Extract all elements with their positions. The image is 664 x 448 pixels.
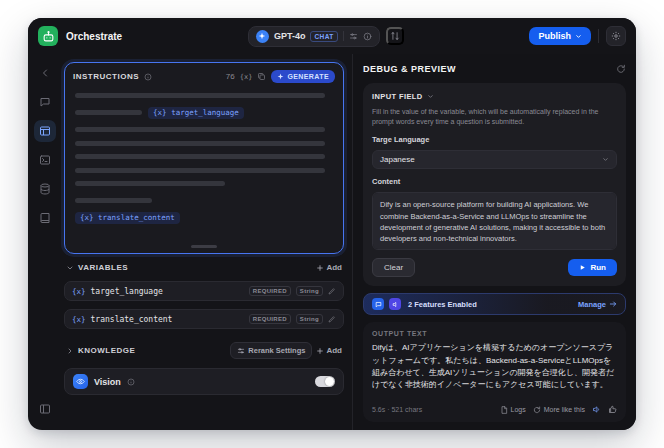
required-badge: REQUIRED	[249, 286, 291, 296]
vision-label: Vision	[94, 377, 121, 387]
output-footer: 5.6s · 521 chars Logs More like this	[372, 405, 617, 414]
chat-icon[interactable]	[34, 91, 56, 113]
knowledge-title: KNOWLEDGE	[78, 346, 135, 355]
instructions-title: INSTRUCTIONS	[73, 72, 139, 81]
model-params-sliders-icon[interactable]	[349, 32, 358, 41]
edit-variable-icon[interactable]	[328, 315, 336, 323]
logs-file-icon	[500, 406, 508, 414]
top-right-actions: Publish	[529, 26, 626, 46]
settings-button[interactable]	[606, 26, 626, 46]
input-field-title: INPUT FIELD	[372, 92, 423, 101]
model-info-icon[interactable]	[363, 32, 372, 41]
input-field-description: Fill in the value of the variable, which…	[372, 107, 617, 127]
play-icon	[579, 264, 586, 271]
regenerate-icon	[533, 406, 541, 414]
orchestrate-panel: INSTRUCTIONS 76 {x} GENERATE	[62, 54, 352, 430]
output-card: OUTPUT TEXT Difyは、AIアプリケーションを構築するためのオープン…	[363, 322, 626, 422]
variable-row[interactable]: {x} target_language REQUIRED String	[64, 281, 344, 301]
sliders-icon	[237, 347, 245, 355]
chevron-down-icon	[602, 156, 609, 163]
app-logo-robot-icon[interactable]	[38, 26, 58, 46]
publish-label: Publish	[538, 31, 571, 41]
terminal-icon[interactable]	[34, 149, 56, 171]
skeleton-line	[75, 93, 325, 98]
add-variable-button[interactable]: Add	[316, 263, 342, 272]
content-label: Content	[372, 177, 617, 186]
output-stats: 5.6s · 521 chars	[372, 406, 422, 413]
more-like-this-button[interactable]: More like this	[533, 406, 585, 414]
variable-token-icon: {x}	[72, 315, 86, 324]
model-selector[interactable]: GPT-4o CHAT	[248, 26, 380, 47]
plus-icon	[316, 264, 324, 272]
instructions-editor[interactable]: INSTRUCTIONS 76 {x} GENERATE	[64, 62, 344, 254]
page-title: Orchestrate	[66, 31, 122, 42]
target-language-select[interactable]: Japanese	[372, 150, 617, 169]
skeleton-line	[75, 127, 325, 132]
target-language-value: Japanese	[380, 155, 415, 164]
feature-speech-icon	[389, 298, 401, 310]
features-enabled-label: 2 Features Enabled	[408, 300, 477, 309]
content-textarea[interactable]: Dify is an open-source platform for buil…	[372, 192, 617, 250]
feature-chat-icon	[372, 298, 384, 310]
type-badge: String	[296, 314, 323, 324]
spark-icon	[277, 73, 284, 80]
input-card-footer: Clear Run	[372, 258, 617, 277]
model-provider-icon	[256, 30, 269, 43]
swap-model-icon[interactable]	[386, 27, 404, 45]
info-icon	[127, 378, 135, 386]
debug-preview-panel: DEBUG & PREVIEW INPUT FIELD Fill in the …	[352, 54, 636, 430]
publish-button[interactable]: Publish	[529, 27, 591, 45]
thumbs-up-icon[interactable]	[608, 405, 617, 414]
info-icon	[144, 73, 152, 81]
skeleton-line	[75, 141, 325, 146]
pill-divider	[343, 31, 344, 41]
instructions-header: INSTRUCTIONS 76 {x} GENERATE	[65, 63, 343, 87]
manage-features-button[interactable]: Manage	[578, 300, 617, 309]
refresh-icon[interactable]	[616, 64, 626, 74]
arrow-right-icon	[609, 300, 617, 308]
run-button[interactable]: Run	[568, 259, 617, 276]
variables-title: VARIABLES	[78, 263, 128, 272]
orchestrate-board-icon[interactable]	[34, 120, 56, 142]
variable-chip-target-language[interactable]: {x} target_language	[148, 107, 244, 119]
chevron-down-icon[interactable]	[66, 264, 74, 272]
skeleton-line	[75, 198, 152, 203]
docs-book-icon[interactable]	[34, 207, 56, 229]
chevron-down-icon	[575, 33, 582, 40]
variable-token-icon: {x}	[72, 287, 86, 296]
type-badge: String	[296, 286, 323, 296]
model-selector-area: GPT-4o CHAT	[130, 26, 521, 47]
clear-button[interactable]: Clear	[372, 258, 415, 277]
database-icon[interactable]	[34, 178, 56, 200]
panel-layout-icon[interactable]	[34, 398, 56, 420]
vision-card: Vision	[64, 368, 344, 395]
skeleton-line	[75, 181, 225, 186]
variable-chip-translate-content[interactable]: {x} translate_content	[75, 212, 180, 224]
vision-toggle[interactable]	[315, 376, 335, 387]
edit-variable-icon[interactable]	[328, 287, 336, 295]
plus-icon	[316, 347, 324, 355]
rerank-settings-button[interactable]: Rerank Settings	[230, 342, 312, 359]
gear-icon	[611, 31, 621, 41]
target-language-label: Targe Language	[372, 135, 617, 144]
resize-handle[interactable]	[191, 245, 217, 248]
eye-icon	[73, 374, 88, 389]
generate-button[interactable]: GENERATE	[271, 70, 335, 83]
skeleton-line	[75, 168, 325, 173]
speaker-icon[interactable]	[592, 405, 601, 414]
add-knowledge-button[interactable]: Add	[316, 346, 342, 355]
input-field-header[interactable]: INPUT FIELD	[372, 92, 617, 101]
insert-variable-icon[interactable]: {x}	[240, 73, 253, 81]
prompt-editor-body[interactable]: {x} target_language {x} translate_conten…	[65, 87, 343, 245]
char-count: 76	[226, 72, 235, 81]
collapse-back-icon[interactable]	[34, 62, 56, 84]
window-body: INSTRUCTIONS 76 {x} GENERATE	[28, 54, 636, 430]
skeleton-line	[75, 154, 325, 159]
chevron-right-icon[interactable]	[66, 347, 74, 355]
top-bar: Orchestrate GPT-4o CHAT	[28, 18, 636, 54]
logs-button[interactable]: Logs	[500, 406, 526, 414]
output-text: Difyは、AIアプリケーションを構築するためのオープンソースプラットフォームで…	[372, 342, 617, 392]
copy-icon[interactable]	[257, 72, 266, 81]
variable-name: target_language	[91, 287, 244, 296]
variable-row[interactable]: {x} translate_content REQUIRED String	[64, 309, 344, 329]
